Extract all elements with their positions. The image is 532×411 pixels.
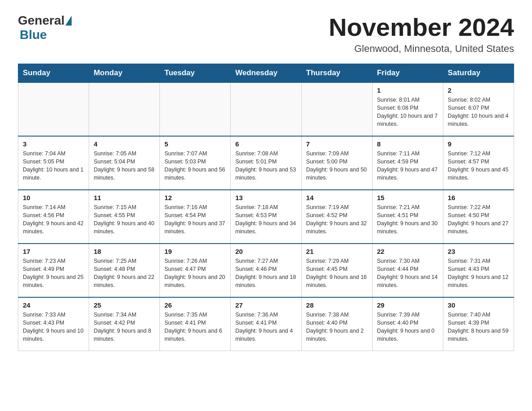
logo: General Blue [18, 13, 73, 42]
calendar-day-cell: 9Sunrise: 7:12 AM Sunset: 4:57 PM Daylig… [443, 136, 514, 190]
day-number: 12 [164, 194, 226, 201]
calendar-day-cell: 19Sunrise: 7:26 AM Sunset: 4:47 PM Dayli… [160, 244, 231, 297]
logo-general-text: General [18, 13, 64, 28]
day-number: 4 [94, 140, 155, 148]
column-header-monday: Monday [89, 64, 160, 82]
day-number: 16 [448, 194, 509, 201]
calendar-day-cell: 23Sunrise: 7:31 AM Sunset: 4:43 PM Dayli… [443, 244, 514, 297]
column-header-friday: Friday [372, 64, 443, 82]
column-header-sunday: Sunday [18, 64, 89, 82]
day-number: 20 [235, 248, 296, 255]
day-info: Sunrise: 7:40 AM Sunset: 4:39 PM Dayligh… [448, 311, 509, 343]
month-title: November 2024 [329, 13, 514, 41]
day-info: Sunrise: 7:18 AM Sunset: 4:53 PM Dayligh… [235, 203, 296, 236]
day-number: 6 [235, 140, 296, 148]
day-info: Sunrise: 7:09 AM Sunset: 5:00 PM Dayligh… [306, 150, 368, 182]
day-info: Sunrise: 7:12 AM Sunset: 4:57 PM Dayligh… [448, 150, 509, 182]
day-number: 19 [164, 248, 226, 255]
day-info: Sunrise: 7:29 AM Sunset: 4:45 PM Dayligh… [306, 257, 368, 290]
day-info: Sunrise: 7:23 AM Sunset: 4:49 PM Dayligh… [23, 257, 84, 290]
day-info: Sunrise: 7:11 AM Sunset: 4:59 PM Dayligh… [377, 150, 438, 182]
calendar-day-cell: 16Sunrise: 7:22 AM Sunset: 4:50 PM Dayli… [443, 190, 514, 244]
calendar-day-cell: 1Sunrise: 8:01 AM Sunset: 6:08 PM Daylig… [372, 82, 443, 136]
calendar-day-cell: 28Sunrise: 7:38 AM Sunset: 4:40 PM Dayli… [301, 297, 372, 351]
day-number: 14 [306, 194, 368, 201]
day-info: Sunrise: 7:05 AM Sunset: 5:04 PM Dayligh… [94, 150, 155, 182]
calendar-day-cell: 18Sunrise: 7:25 AM Sunset: 4:48 PM Dayli… [89, 244, 160, 297]
logo-blue-text: Blue [20, 28, 47, 42]
calendar-day-cell: 12Sunrise: 7:16 AM Sunset: 4:54 PM Dayli… [160, 190, 231, 244]
day-number: 9 [448, 140, 509, 148]
day-info: Sunrise: 7:08 AM Sunset: 5:01 PM Dayligh… [235, 150, 296, 182]
day-info: Sunrise: 7:14 AM Sunset: 4:56 PM Dayligh… [23, 203, 84, 236]
title-section: November 2024 Glenwood, Minnesota, Unite… [329, 13, 514, 55]
day-info: Sunrise: 7:22 AM Sunset: 4:50 PM Dayligh… [448, 203, 509, 236]
calendar-week-row: 1Sunrise: 8:01 AM Sunset: 6:08 PM Daylig… [18, 82, 514, 136]
day-number: 21 [306, 248, 368, 255]
calendar-week-row: 3Sunrise: 7:04 AM Sunset: 5:05 PM Daylig… [18, 136, 514, 190]
day-number: 23 [448, 248, 509, 255]
calendar-day-cell: 11Sunrise: 7:15 AM Sunset: 4:55 PM Dayli… [89, 190, 160, 244]
column-header-thursday: Thursday [301, 64, 372, 82]
calendar-header-row: SundayMondayTuesdayWednesdayThursdayFrid… [18, 64, 514, 82]
column-header-saturday: Saturday [443, 64, 514, 82]
calendar-week-row: 24Sunrise: 7:33 AM Sunset: 4:43 PM Dayli… [18, 297, 514, 351]
column-header-tuesday: Tuesday [160, 64, 231, 82]
day-info: Sunrise: 7:21 AM Sunset: 4:51 PM Dayligh… [377, 203, 438, 236]
day-number: 28 [306, 301, 368, 309]
calendar-day-cell: 25Sunrise: 7:34 AM Sunset: 4:42 PM Dayli… [89, 297, 160, 351]
day-number: 11 [94, 194, 155, 201]
day-number: 27 [235, 301, 296, 309]
day-number: 5 [164, 140, 226, 148]
day-info: Sunrise: 7:07 AM Sunset: 5:03 PM Dayligh… [164, 150, 226, 182]
calendar-day-cell: 22Sunrise: 7:30 AM Sunset: 4:44 PM Dayli… [372, 244, 443, 297]
day-number: 15 [377, 194, 438, 201]
calendar-day-cell: 15Sunrise: 7:21 AM Sunset: 4:51 PM Dayli… [372, 190, 443, 244]
day-number: 3 [23, 140, 84, 148]
day-info: Sunrise: 7:36 AM Sunset: 4:41 PM Dayligh… [235, 311, 296, 343]
day-number: 30 [448, 301, 509, 309]
location-subtitle: Glenwood, Minnesota, United States [329, 43, 514, 55]
day-info: Sunrise: 7:38 AM Sunset: 4:40 PM Dayligh… [306, 311, 368, 343]
calendar-week-row: 17Sunrise: 7:23 AM Sunset: 4:49 PM Dayli… [18, 244, 514, 297]
calendar-day-cell: 4Sunrise: 7:05 AM Sunset: 5:04 PM Daylig… [89, 136, 160, 190]
day-info: Sunrise: 7:35 AM Sunset: 4:41 PM Dayligh… [164, 311, 226, 343]
calendar-day-cell: 13Sunrise: 7:18 AM Sunset: 4:53 PM Dayli… [231, 190, 301, 244]
calendar-day-cell: 24Sunrise: 7:33 AM Sunset: 4:43 PM Dayli… [18, 297, 89, 351]
calendar-day-cell: 14Sunrise: 7:19 AM Sunset: 4:52 PM Dayli… [301, 190, 372, 244]
day-number: 8 [377, 140, 438, 148]
day-number: 10 [23, 194, 84, 201]
calendar-day-cell [231, 82, 301, 136]
day-info: Sunrise: 7:25 AM Sunset: 4:48 PM Dayligh… [94, 257, 155, 290]
day-number: 29 [377, 301, 438, 309]
calendar-day-cell [89, 82, 160, 136]
day-info: Sunrise: 7:26 AM Sunset: 4:47 PM Dayligh… [164, 257, 226, 290]
calendar-day-cell: 8Sunrise: 7:11 AM Sunset: 4:59 PM Daylig… [372, 136, 443, 190]
day-number: 2 [448, 86, 509, 94]
day-number: 17 [23, 248, 84, 255]
calendar-day-cell: 27Sunrise: 7:36 AM Sunset: 4:41 PM Dayli… [231, 297, 301, 351]
calendar-day-cell [160, 82, 231, 136]
day-info: Sunrise: 7:34 AM Sunset: 4:42 PM Dayligh… [94, 311, 155, 343]
day-info: Sunrise: 8:02 AM Sunset: 6:07 PM Dayligh… [448, 96, 509, 128]
calendar-day-cell: 2Sunrise: 8:02 AM Sunset: 6:07 PM Daylig… [443, 82, 514, 136]
day-number: 26 [164, 301, 226, 309]
page-header: General Blue November 2024 Glenwood, Min… [18, 13, 514, 55]
day-info: Sunrise: 7:30 AM Sunset: 4:44 PM Dayligh… [377, 257, 438, 290]
day-info: Sunrise: 7:33 AM Sunset: 4:43 PM Dayligh… [23, 311, 84, 343]
calendar-day-cell: 6Sunrise: 7:08 AM Sunset: 5:01 PM Daylig… [231, 136, 301, 190]
day-number: 18 [94, 248, 155, 255]
day-number: 7 [306, 140, 368, 148]
day-info: Sunrise: 7:19 AM Sunset: 4:52 PM Dayligh… [306, 203, 368, 236]
day-number: 1 [377, 86, 438, 94]
day-info: Sunrise: 8:01 AM Sunset: 6:08 PM Dayligh… [377, 96, 438, 128]
calendar-day-cell: 3Sunrise: 7:04 AM Sunset: 5:05 PM Daylig… [18, 136, 89, 190]
day-number: 24 [23, 301, 84, 309]
calendar-day-cell: 30Sunrise: 7:40 AM Sunset: 4:39 PM Dayli… [443, 297, 514, 351]
logo-triangle-icon [65, 16, 72, 26]
day-number: 13 [235, 194, 296, 201]
calendar-day-cell: 20Sunrise: 7:27 AM Sunset: 4:46 PM Dayli… [231, 244, 301, 297]
calendar-day-cell: 26Sunrise: 7:35 AM Sunset: 4:41 PM Dayli… [160, 297, 231, 351]
day-info: Sunrise: 7:39 AM Sunset: 4:40 PM Dayligh… [377, 311, 438, 343]
day-info: Sunrise: 7:15 AM Sunset: 4:55 PM Dayligh… [94, 203, 155, 236]
